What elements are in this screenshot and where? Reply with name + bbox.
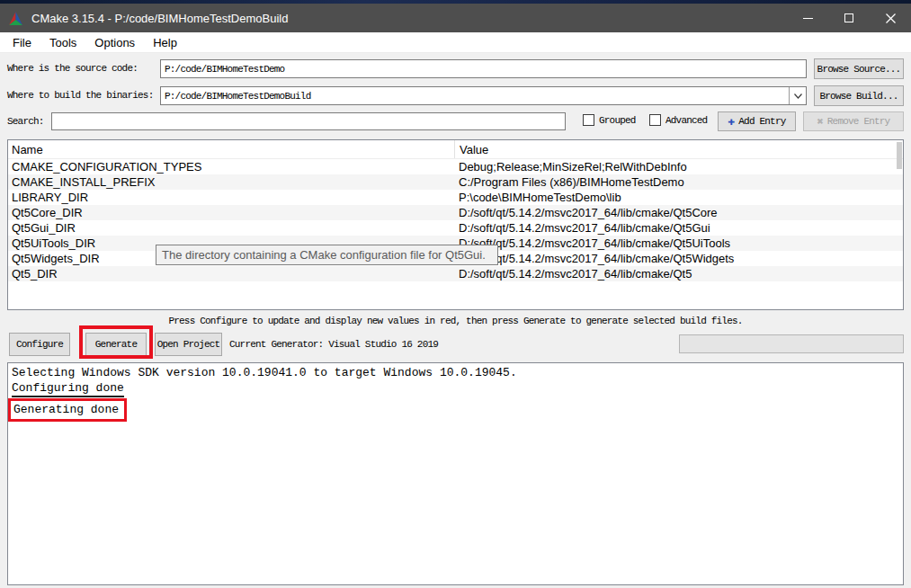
add-entry-label: Add Entry xyxy=(738,116,785,127)
cell-value: P:\code\BIMHomeTestDemo\lib xyxy=(454,190,903,205)
browse-source-label: Browse Source... xyxy=(817,64,901,75)
build-path-dropdown-button[interactable] xyxy=(789,87,806,104)
cell-name: Qt5Core_DIR xyxy=(8,205,454,220)
output-line: Selecting Windows SDK version 10.0.19041… xyxy=(12,365,903,380)
minimize-button[interactable] xyxy=(787,4,828,32)
menu-options[interactable]: Options xyxy=(85,32,144,53)
browse-build-label: Browse Build... xyxy=(819,91,898,102)
remove-entry-button[interactable]: ✖ Remove Entry xyxy=(803,111,904,131)
table-row[interactable]: Qt5Gui_DIR D:/soft/qt/5.14.2/msvc2017_64… xyxy=(8,220,903,236)
cell-name: Qt5_DIR xyxy=(8,266,454,281)
output-log[interactable]: Selecting Windows SDK version 10.0.19041… xyxy=(7,362,904,585)
maximize-icon xyxy=(844,13,853,22)
cmake-logo-icon xyxy=(8,11,23,26)
cache-variables-table: Name Value CMAKE_CONFIGURATION_TYPES Deb… xyxy=(7,139,904,310)
minimize-icon xyxy=(803,18,813,19)
table-scrollbar-thumb[interactable] xyxy=(897,142,902,169)
remove-entry-label: Remove Entry xyxy=(827,116,890,127)
cell-value: C:/Program Files (x86)/BIMHomeTestDemo xyxy=(454,174,903,190)
advanced-checkbox[interactable] xyxy=(649,114,661,126)
build-path-combobox[interactable] xyxy=(160,86,807,105)
cell-value: D:/soft/qt/5.14.2/msvc2017_64/lib/cmake/… xyxy=(454,236,903,251)
close-icon xyxy=(886,13,896,23)
cell-value: D:/soft/qt/5.14.2/msvc2017_64/lib/cmake/… xyxy=(454,266,903,281)
generating-done-annotation-box: Generating done xyxy=(8,398,127,422)
open-project-label: Open Project xyxy=(157,339,220,350)
configuring-done-text: Configuring done xyxy=(12,380,124,397)
menu-file[interactable]: File xyxy=(4,32,40,53)
configure-hint-text: Press Configure to update and display ne… xyxy=(0,316,911,326)
menu-bar: File Tools Options Help xyxy=(0,32,911,53)
configure-button[interactable]: Configure xyxy=(9,333,70,356)
cell-value: D:/soft/qt/5.14.2/msvc2017_64/lib/cmake/… xyxy=(454,251,903,266)
cell-name: LIBRARY_DIR xyxy=(8,190,454,205)
window-title: CMake 3.15.4 - P:/code/BIMHomeTestDemoBu… xyxy=(31,12,288,25)
close-button[interactable] xyxy=(870,4,911,32)
progress-bar xyxy=(679,334,904,353)
table-header: Name Value xyxy=(8,140,903,159)
cell-name: CMAKE_INSTALL_PREFIX xyxy=(8,174,454,190)
source-path-input[interactable] xyxy=(160,59,807,78)
source-path-label: Where is the source code: xyxy=(7,63,138,74)
grouped-checkbox-group[interactable]: Grouped xyxy=(583,114,636,126)
search-input[interactable] xyxy=(51,112,566,130)
add-entry-button[interactable]: ✚ Add Entry xyxy=(718,111,796,131)
column-header-value[interactable]: Value xyxy=(454,140,903,158)
grouped-checkbox[interactable] xyxy=(583,114,594,126)
maximize-button[interactable] xyxy=(828,4,870,32)
menu-help[interactable]: Help xyxy=(144,32,186,53)
cell-value: D:/soft/qt/5.14.2/msvc2017_64/lib/cmake/… xyxy=(454,220,903,236)
table-row[interactable]: Qt5Core_DIR D:/soft/qt/5.14.2/msvc2017_6… xyxy=(8,205,903,220)
advanced-label: Advanced xyxy=(665,115,707,126)
qt5gui-tooltip: The directory containing a CMake configu… xyxy=(156,245,498,265)
table-row[interactable]: CMAKE_CONFIGURATION_TYPES Debug;Release;… xyxy=(8,159,903,174)
cell-name: CMAKE_CONFIGURATION_TYPES xyxy=(8,159,454,174)
remove-entry-x-icon: ✖ xyxy=(817,115,824,129)
current-generator-text: Current Generator: Visual Studio 16 2019 xyxy=(229,339,438,350)
grouped-label: Grouped xyxy=(599,115,636,126)
table-row[interactable]: Qt5_DIR D:/soft/qt/5.14.2/msvc2017_64/li… xyxy=(8,266,903,281)
cell-value: D:/soft/qt/5.14.2/msvc2017_64/lib/cmake/… xyxy=(454,205,903,220)
titlebar: CMake 3.15.4 - P:/code/BIMHomeTestDemoBu… xyxy=(0,4,911,32)
build-path-label: Where to build the binaries: xyxy=(7,90,153,101)
advanced-checkbox-group[interactable]: Advanced xyxy=(649,114,707,126)
add-entry-plus-icon: ✚ xyxy=(728,114,735,129)
browse-build-button[interactable]: Browse Build... xyxy=(814,85,904,106)
column-header-name[interactable]: Name xyxy=(8,140,454,158)
table-row[interactable]: LIBRARY_DIR P:\code\BIMHomeTestDemo\lib xyxy=(8,190,903,205)
search-label: Search: xyxy=(7,116,44,127)
window-controls xyxy=(787,4,911,32)
cell-value: Debug;Release;MinSizeRel;RelWithDebInfo xyxy=(454,159,903,174)
browse-source-button[interactable]: Browse Source... xyxy=(814,58,904,79)
generate-button[interactable]: Generate xyxy=(85,333,147,356)
menu-tools[interactable]: Tools xyxy=(40,32,85,53)
configure-label: Configure xyxy=(16,339,63,350)
chevron-down-icon xyxy=(794,94,802,99)
generate-label: Generate xyxy=(95,339,137,350)
open-project-button[interactable]: Open Project xyxy=(155,333,222,356)
cell-name: Qt5Gui_DIR xyxy=(8,220,454,236)
table-row[interactable]: CMAKE_INSTALL_PREFIX C:/Program Files (x… xyxy=(8,174,903,190)
